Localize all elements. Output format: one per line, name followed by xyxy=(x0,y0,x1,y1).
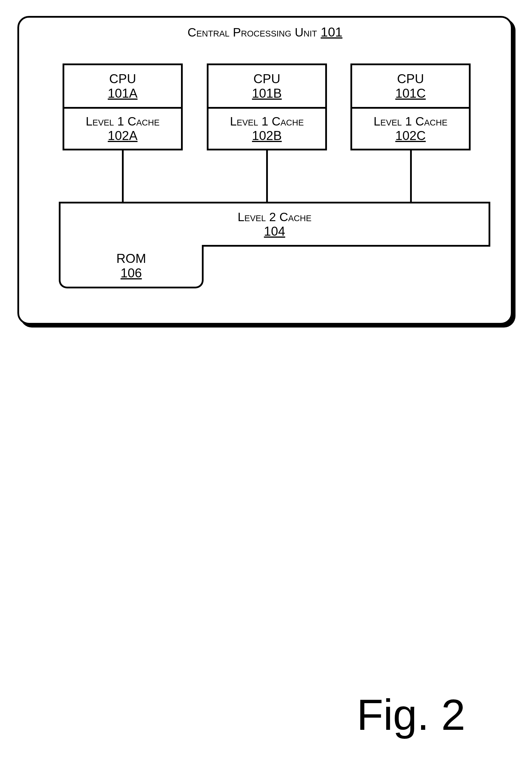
connector-a xyxy=(122,149,124,202)
cpu-c-label: CPU xyxy=(352,72,469,86)
l2-cache-label: Level 2 Cache xyxy=(61,210,489,224)
l2-cache-box: Level 2 Cache 104 xyxy=(59,202,490,247)
cpu-a-box: CPU 101A xyxy=(63,63,183,107)
figure-label: Fig. 2 xyxy=(357,690,465,740)
cache-c-label: Level 1 Cache xyxy=(352,114,469,128)
cache-b-num: 102B xyxy=(209,128,325,143)
cpu-b-label: CPU xyxy=(209,72,325,86)
cpu-b-box: CPU 101B xyxy=(207,63,327,107)
connector-c xyxy=(410,149,412,202)
cpu-outer-box: Central Processing Unit 101 CPU 101A Lev… xyxy=(17,16,513,325)
cache-c-num: 102C xyxy=(352,128,469,143)
cpu-row: CPU 101A Level 1 Cache 102A CPU 101B Lev… xyxy=(19,63,511,149)
cache-b-box: Level 1 Cache 102B xyxy=(207,107,327,150)
cache-a-num: 102A xyxy=(64,128,181,143)
cache-b-label: Level 1 Cache xyxy=(209,114,325,128)
rom-num: 106 xyxy=(61,266,202,280)
l2-cache-num: 104 xyxy=(61,224,489,239)
cpu-a-num: 101A xyxy=(64,86,181,100)
outer-title-num: 101 xyxy=(321,25,342,39)
cpu-c-box: CPU 101C xyxy=(350,63,471,107)
cpu-c-num: 101C xyxy=(352,86,469,100)
cpu-a-label: CPU xyxy=(64,72,181,86)
cpu-col-a: CPU 101A Level 1 Cache 102A xyxy=(63,63,183,149)
cpu-col-b: CPU 101B Level 1 Cache 102B xyxy=(207,63,327,149)
rom-label: ROM xyxy=(61,251,202,266)
cache-c-box: Level 1 Cache 102C xyxy=(350,107,471,150)
cpu-b-num: 101B xyxy=(209,86,325,100)
cache-a-label: Level 1 Cache xyxy=(64,114,181,128)
outer-title: Central Processing Unit 101 xyxy=(19,18,511,40)
rom-box: ROM 106 xyxy=(59,245,204,288)
connector-b xyxy=(266,149,268,202)
outer-title-text: Central Processing Unit xyxy=(188,25,317,39)
cache-a-box: Level 1 Cache 102A xyxy=(63,107,183,150)
cpu-col-c: CPU 101C Level 1 Cache 102C xyxy=(350,63,471,149)
